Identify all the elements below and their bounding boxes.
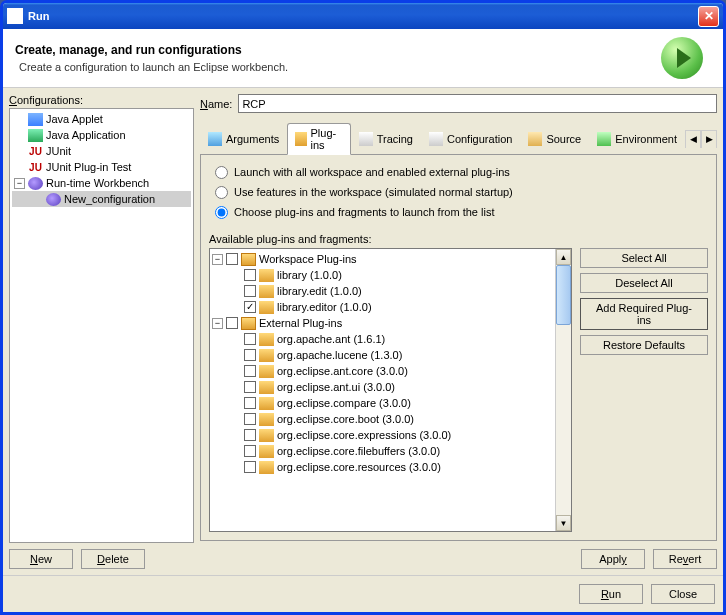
plugin-icon bbox=[259, 365, 274, 378]
checkbox[interactable] bbox=[244, 429, 256, 441]
list-item[interactable]: org.eclipse.core.resources (3.0.0) bbox=[212, 459, 553, 475]
radio-label: Launch with all workspace and enabled ex… bbox=[234, 166, 510, 178]
plugins-list[interactable]: −Workspace Plug-inslibrary (1.0.0)librar… bbox=[209, 248, 572, 532]
checkbox[interactable] bbox=[244, 349, 256, 361]
run-button[interactable]: Run bbox=[579, 584, 643, 604]
tab-plugins[interactable]: Plug-ins bbox=[287, 123, 350, 155]
radio-launch-all[interactable]: Launch with all workspace and enabled ex… bbox=[209, 163, 708, 181]
new-button[interactable]: New bbox=[9, 549, 73, 569]
tree-expander-icon[interactable]: − bbox=[212, 318, 223, 329]
list-item[interactable]: org.apache.lucene (1.3.0) bbox=[212, 347, 553, 363]
titlebar[interactable]: Run ✕ bbox=[3, 3, 723, 29]
group-external[interactable]: −External Plug-ins bbox=[212, 315, 553, 331]
configurations-label: Configurations: bbox=[9, 94, 194, 106]
tree-label: Java Applet bbox=[46, 113, 103, 125]
list-item-label: org.apache.lucene (1.3.0) bbox=[277, 349, 402, 361]
tab-right-icon[interactable]: ▶ bbox=[701, 130, 717, 148]
tree-expander-icon[interactable]: − bbox=[14, 178, 25, 189]
radio-choose-plugins[interactable]: Choose plug-ins and fragments to launch … bbox=[209, 203, 708, 221]
tab-environment[interactable]: Environment bbox=[589, 128, 685, 150]
tree-expander-icon[interactable]: − bbox=[212, 254, 223, 265]
tab-configuration[interactable]: Configuration bbox=[421, 128, 520, 150]
list-item[interactable]: org.eclipse.ant.core (3.0.0) bbox=[212, 363, 553, 379]
tab-tracing[interactable]: Tracing bbox=[351, 128, 421, 150]
list-item[interactable]: org.eclipse.core.expressions (3.0.0) bbox=[212, 427, 553, 443]
name-input[interactable] bbox=[238, 94, 717, 113]
scroll-track[interactable] bbox=[556, 265, 571, 515]
cfg-runtime-workbench[interactable]: − Run-time Workbench bbox=[12, 175, 191, 191]
config-tree[interactable]: Java Applet Java Application JU JUnit bbox=[9, 108, 194, 543]
group-workspace[interactable]: −Workspace Plug-ins bbox=[212, 251, 553, 267]
restore-defaults-button[interactable]: Restore Defaults bbox=[580, 335, 708, 355]
list-item-label: org.eclipse.core.filebuffers (3.0.0) bbox=[277, 445, 440, 457]
delete-button[interactable]: Delete bbox=[81, 549, 145, 569]
radio-use-features[interactable]: Use features in the workspace (simulated… bbox=[209, 183, 708, 201]
list-item[interactable]: org.eclipse.core.filebuffers (3.0.0) bbox=[212, 443, 553, 459]
list-item[interactable]: org.eclipse.compare (3.0.0) bbox=[212, 395, 553, 411]
checkbox[interactable] bbox=[244, 365, 256, 377]
scroll-thumb[interactable] bbox=[556, 265, 571, 325]
list-item-label: org.eclipse.core.expressions (3.0.0) bbox=[277, 429, 451, 441]
apply-row: Apply Revert bbox=[200, 549, 717, 569]
deselect-all-button[interactable]: Deselect All bbox=[580, 273, 708, 293]
cfg-new-configuration[interactable]: New_configuration bbox=[12, 191, 191, 207]
checkbox[interactable] bbox=[244, 413, 256, 425]
list-item-label: org.apache.ant (1.6.1) bbox=[277, 333, 385, 345]
checkbox[interactable] bbox=[244, 445, 256, 457]
cfg-java-app[interactable]: Java Application bbox=[12, 127, 191, 143]
select-all-button[interactable]: Select All bbox=[580, 248, 708, 268]
tab-label: Source bbox=[546, 133, 581, 145]
dialog-bottom: Run Close bbox=[3, 575, 723, 612]
plugin-icon bbox=[259, 333, 274, 346]
plugin-icon bbox=[259, 381, 274, 394]
add-required-button[interactable]: Add Required Plug-ins bbox=[580, 298, 708, 330]
plugins-scroll: −Workspace Plug-inslibrary (1.0.0)librar… bbox=[210, 249, 555, 531]
list-item[interactable]: org.apache.ant (1.6.1) bbox=[212, 331, 553, 347]
list-item[interactable]: org.eclipse.core.boot (3.0.0) bbox=[212, 411, 553, 427]
close-icon[interactable]: ✕ bbox=[698, 6, 719, 27]
scroll-down-icon[interactable]: ▼ bbox=[556, 515, 571, 531]
plugin-icon bbox=[259, 349, 274, 362]
tree-label: New_configuration bbox=[64, 193, 155, 205]
checkbox[interactable] bbox=[244, 333, 256, 345]
left-panel: Configurations: Java Applet Java Applica… bbox=[9, 94, 194, 569]
scroll-up-icon[interactable]: ▲ bbox=[556, 249, 571, 265]
tab-source[interactable]: Source bbox=[520, 128, 589, 150]
checkbox[interactable] bbox=[244, 269, 256, 281]
checkbox[interactable] bbox=[244, 461, 256, 473]
plugin-icon bbox=[259, 461, 274, 474]
radio-input[interactable] bbox=[215, 186, 228, 199]
left-buttons: New Delete bbox=[9, 549, 194, 569]
list-item[interactable]: ✓library.editor (1.0.0) bbox=[212, 299, 553, 315]
checkbox[interactable] bbox=[244, 381, 256, 393]
cfg-junit[interactable]: JU JUnit bbox=[12, 143, 191, 159]
tab-label: Arguments bbox=[226, 133, 279, 145]
header-title: Create, manage, and run configurations bbox=[15, 43, 661, 57]
checkbox[interactable] bbox=[226, 317, 238, 329]
list-item[interactable]: org.eclipse.ant.ui (3.0.0) bbox=[212, 379, 553, 395]
cfg-java-applet[interactable]: Java Applet bbox=[12, 111, 191, 127]
close-button[interactable]: Close bbox=[651, 584, 715, 604]
radio-input[interactable] bbox=[215, 166, 228, 179]
checkbox[interactable]: ✓ bbox=[244, 301, 256, 313]
checkbox[interactable] bbox=[244, 397, 256, 409]
list-item-label: org.eclipse.core.boot (3.0.0) bbox=[277, 413, 414, 425]
list-item[interactable]: library (1.0.0) bbox=[212, 267, 553, 283]
plugins-area: −Workspace Plug-inslibrary (1.0.0)librar… bbox=[209, 248, 708, 532]
scrollbar[interactable]: ▲ ▼ bbox=[555, 249, 571, 531]
tab-label: Configuration bbox=[447, 133, 512, 145]
cfg-junit-plugin[interactable]: JU JUnit Plug-in Test bbox=[12, 159, 191, 175]
available-label: Available plug-ins and fragments: bbox=[209, 233, 708, 245]
tab-left-icon[interactable]: ◀ bbox=[685, 130, 701, 148]
revert-button[interactable]: Revert bbox=[653, 549, 717, 569]
radio-input[interactable] bbox=[215, 206, 228, 219]
list-item[interactable]: library.edit (1.0.0) bbox=[212, 283, 553, 299]
header-subtitle: Create a configuration to launch an Ecli… bbox=[15, 61, 661, 73]
checkbox[interactable] bbox=[244, 285, 256, 297]
eclipse-icon bbox=[28, 177, 43, 190]
name-row: Name: bbox=[200, 94, 717, 113]
tab-arguments[interactable]: Arguments bbox=[200, 128, 287, 150]
checkbox[interactable] bbox=[226, 253, 238, 265]
apply-button[interactable]: Apply bbox=[581, 549, 645, 569]
junit-plugin-icon: JU bbox=[28, 161, 43, 174]
